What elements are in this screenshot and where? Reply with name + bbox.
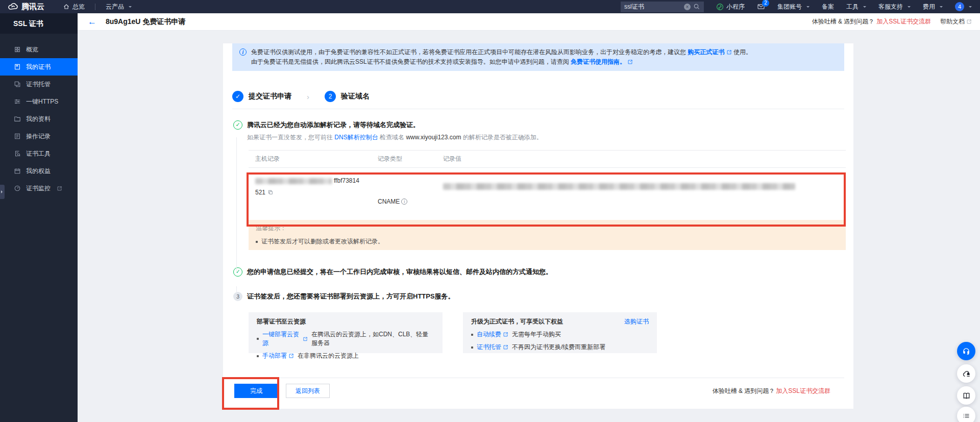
sidebar-item-my-certificates[interactable]: 我的证书 [0,58,78,76]
footer-join-group-link[interactable]: 加入SSL证书交流群 [776,387,830,395]
sidebar-item-cert-tools[interactable]: 证书工具 [0,145,78,162]
nav-overview[interactable]: 总览 [63,3,85,11]
bullet-icon [471,334,473,336]
info-icon: i [239,48,247,56]
nav-tools[interactable]: 工具 [846,3,866,11]
deploy-step-section: 3 证书签发后，您还需要将证书部署到云资源上，方可开启HTTPS服务。 [233,292,853,301]
nav-beian-label: 备案 [822,3,834,11]
deploy-resource-box: 部署证书至云资源 一键部署云资源 在腾讯云的云资源上，如CDN、CLB、轻量服务… [249,312,443,353]
nav-mini-program-label: 小程序 [726,3,745,11]
sidebar-item-overview[interactable]: 概览 [0,41,78,58]
logo-text: 腾讯云 [21,2,44,12]
manual-deploy-link[interactable]: 手动部署 [262,352,294,360]
dns-records-table: 主机记录 记录类型 记录值 ffbf73814 521 CNAME i [249,150,846,220]
nav-group-account-label: 集团账号 [777,3,802,11]
warning-box: 温馨提示： 证书签发后才可以删除或者更改该解析记录。 [249,220,846,250]
sidebar-item-label: 我的权益 [26,167,51,176]
help-doc-link[interactable]: 帮助文档 [940,17,972,26]
help-doc-label: 帮助文档 [940,17,965,26]
one-click-deploy-label: 一键部署云资源 [262,330,301,347]
page-title: 8u9Ag1eU 免费证书申请 [106,17,185,27]
subtitle-mid: 检查域名 [380,134,406,141]
col-header-host: 主机记录 [249,155,378,163]
sidebar-item-label: 证书托管 [26,80,51,89]
auto-renew-link[interactable]: 自动续费 [477,330,508,339]
banner-line1-suffix: 使用。 [733,48,752,56]
list-icon [962,412,970,420]
bullet-icon [471,346,473,349]
one-click-deploy-link[interactable]: 一键部署云资源 [262,330,308,347]
sidebar-collapse-handle[interactable] [0,185,5,199]
banner-line1: 免费证书仅供测试使用，由于免费证书的兼容性不如正式证书，若将免费证书应用在正式项… [251,48,686,56]
certificate-apply-card: i 免费证书仅供测试使用，由于免费证书的兼容性不如正式证书，若将免费证书应用在正… [223,43,853,409]
nav-products[interactable]: 云产品 [106,3,132,11]
sidebar-item-label: 我的资料 [26,115,51,123]
sidebar-item-label: 一键HTTPS [26,97,58,106]
external-link-icon [57,186,62,191]
upgrade-item2-desc: 不再因为证书更换/续费而重新部署 [512,343,605,352]
dns-added-subtitle: 如果证书一直没签发，您可前往 DNS解析控制台 检查域名 www.xiyouji… [247,133,853,142]
copy-icon[interactable] [267,189,274,195]
customer-service-button[interactable] [957,342,975,360]
join-group-link[interactable]: 加入SSL证书交流群 [876,17,931,26]
buy-formal-cert-link[interactable]: 购买正式证书 [688,48,724,56]
search-input[interactable] [624,3,681,10]
message-count-badge: 2 [762,0,769,7]
cert-hosting-link[interactable]: 证书托管 [477,343,508,352]
search-icon[interactable] [693,3,700,10]
feedback-text: 体验吐槽 & 遇到问题？ [812,17,875,26]
nav-account[interactable]: 4 [955,2,972,11]
top-navbar: 腾讯云 总览 云产品 × 小程序 2 集团账号 备案 [0,0,980,13]
external-link-icon [303,336,308,342]
clear-search-icon[interactable]: × [684,4,691,10]
sidebar-title: SSL 证书 [0,13,78,34]
review-text: 您的申请信息已经提交，将在一个工作日内完成审核，审核结果将以短信、邮件及站内信的… [247,267,552,277]
sidebar-item-my-profile[interactable]: 我的资料 [0,110,78,128]
tencent-cloud-logo[interactable]: 腾讯云 [7,1,44,12]
grid-icon [14,46,21,53]
sidebar: SSL 证书 概览 我的证书 证书托管 一键HTTPS 我的资料 操作记录 证书… [0,13,78,422]
done-button[interactable]: 完成 [234,384,278,398]
avatar[interactable]: 4 [955,2,964,11]
external-link-icon [503,344,508,350]
record-type: CNAME [378,198,400,205]
back-to-list-button[interactable]: 返回列表 [286,384,330,398]
documentation-button[interactable] [957,386,975,405]
dns-added-title: 腾讯云已经为您自动添加解析记录，请等待域名完成验证。 [247,120,420,130]
info-icon: i [401,198,407,205]
notification-button[interactable] [957,364,975,383]
dns-console-link[interactable]: DNS解析控制台 [334,134,378,141]
nav-billing[interactable]: 费用 [923,3,943,11]
sidebar-item-cert-monitor[interactable]: 证书监控 [0,180,78,197]
blurred-host-record [255,178,332,184]
step-separator-icon: › [307,92,309,101]
step-connector-line [236,286,237,297]
success-check-icon: ✓ [233,120,242,130]
back-button[interactable]: ← [88,17,96,26]
document-icon [14,133,21,140]
home-icon [63,3,70,10]
nav-mini-program[interactable]: 小程序 [716,3,745,11]
sidebar-item-cert-hosting[interactable]: 证书托管 [0,76,78,93]
bullet-icon [256,241,258,243]
global-search-box[interactable]: × [621,2,704,12]
sidebar-item-operation-log[interactable]: 操作记录 [0,128,78,145]
free-cert-guide-link[interactable]: 免费证书使用指南。 [571,58,626,65]
sidebar-item-label: 我的证书 [26,63,51,71]
nav-overview-label: 总览 [72,3,85,11]
nav-beian[interactable]: 备案 [822,3,834,11]
nav-group-account[interactable]: 集团账号 [777,3,810,11]
feedback-list-button[interactable] [957,407,975,422]
success-check-icon: ✓ [233,267,242,277]
buy-cert-link[interactable]: 选购证书 [624,317,649,326]
bullet-icon [257,338,259,340]
sidebar-item-one-click-https[interactable]: 一键HTTPS [0,93,78,110]
nav-tools-label: 工具 [846,3,859,11]
sidebar-item-my-benefits[interactable]: 我的权益 [0,162,78,180]
external-link-icon [726,49,732,55]
nav-messages[interactable]: 2 [757,3,765,11]
upgrade-cert-box: 升级为正式证书，可享受以下权益 选购证书 自动续费 无需每年手动购买 证书托管 [463,312,657,353]
subtitle-suffix: 的解析记录是否被正确添加。 [463,134,543,141]
external-link-icon [966,19,972,24]
nav-support[interactable]: 客服支持 [878,3,911,11]
